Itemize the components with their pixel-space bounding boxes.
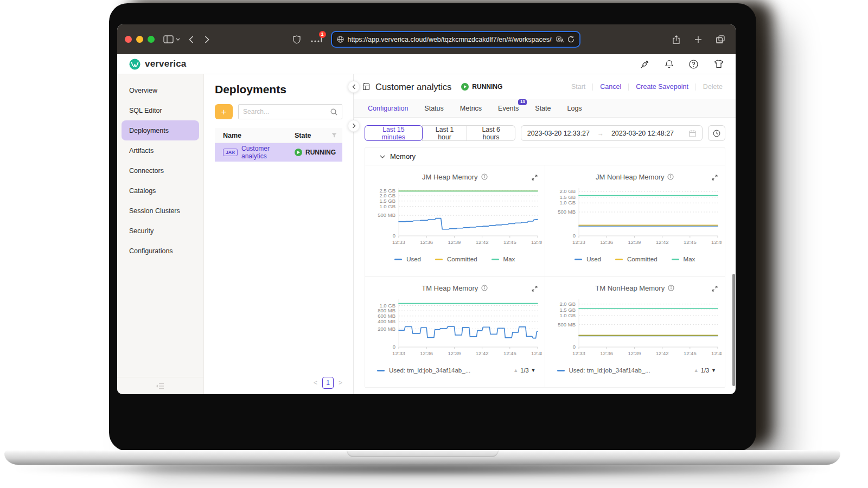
info-icon[interactable]	[481, 285, 488, 291]
collapse-panel-button[interactable]	[348, 81, 360, 93]
extensions-badge: 1	[319, 31, 326, 38]
tab-logs[interactable]: Logs	[567, 105, 582, 112]
date-to[interactable]: 2023-03-20 12:48:27	[611, 130, 674, 137]
shirt-icon[interactable]	[714, 60, 724, 68]
minimize-window-button[interactable]	[136, 36, 143, 43]
x-tick-label: 12:39	[448, 239, 461, 245]
collapse-section-icon[interactable]	[380, 155, 385, 158]
legend-item[interactable]: Used: tm_id:job_34af14ab_...	[377, 367, 470, 374]
legend-item[interactable]: Used	[575, 256, 601, 262]
date-range-picker[interactable]: 2023-03-20 12:33:27 → 2023-03-20 12:48:2…	[521, 125, 703, 141]
chart-legend: Used: tm_id:job_34af14ab_...▲1/3▼	[545, 364, 725, 376]
tab-configuration[interactable]: Configuration	[368, 105, 408, 112]
tab-state[interactable]: State	[535, 105, 551, 112]
x-tick-label: 12:39	[628, 239, 641, 245]
api-icon[interactable]	[640, 60, 649, 69]
sidebar-item-configurations[interactable]: Configurations	[117, 241, 203, 261]
memory-section-header[interactable]: Memory	[365, 148, 725, 165]
x-tick-label: 12:42	[656, 350, 669, 356]
expand-chart-icon[interactable]	[712, 173, 718, 183]
expand-chart-icon[interactable]	[532, 173, 538, 183]
sidebar-item-sql-editor[interactable]: SQL Editor	[117, 100, 203, 120]
privacy-shield-icon[interactable]	[293, 35, 301, 44]
create-savepoint-button[interactable]: Create Savepoint	[636, 83, 688, 91]
add-deployment-button[interactable]: +	[215, 104, 233, 119]
search-icon[interactable]	[330, 108, 337, 115]
table-row[interactable]: JARCustomer analyticsRUNNING	[215, 143, 342, 162]
sidebar-item-catalogs[interactable]: Catalogs	[117, 181, 203, 201]
tab-overview-icon[interactable]	[716, 35, 725, 44]
start-button[interactable]: Start	[571, 83, 585, 91]
help-icon[interactable]	[689, 60, 698, 69]
legend-item[interactable]: Max	[672, 256, 695, 262]
sidebar: OverviewSQL EditorDeploymentsArtifactsCo…	[117, 74, 204, 394]
vertical-scrollbar[interactable]	[732, 274, 735, 386]
pager-down-icon[interactable]: ▼	[711, 368, 716, 373]
url-bar[interactable]: https://app.ververica.cloud/web/tqzkcmnz…	[331, 31, 580, 48]
expand-chart-icon[interactable]	[532, 284, 538, 294]
notifications-bell-icon[interactable]	[665, 60, 673, 69]
x-tick-label: 12:42	[656, 239, 669, 245]
expand-panel-button[interactable]	[348, 120, 360, 132]
chart-title: JM NonHeap Memory	[596, 173, 664, 181]
info-icon[interactable]	[667, 174, 674, 180]
calendar-icon[interactable]	[689, 130, 696, 137]
pager-down-icon[interactable]: ▼	[531, 368, 536, 373]
sidebar-item-deployments[interactable]: Deployments	[122, 120, 199, 140]
page-number[interactable]: 1	[322, 377, 334, 389]
delete-button[interactable]: Delete	[703, 83, 723, 91]
deployment-name[interactable]: Customer analytics	[241, 145, 295, 160]
sidebar-item-connectors[interactable]: Connectors	[117, 160, 203, 181]
date-from[interactable]: 2023-03-20 12:33:27	[527, 130, 590, 137]
pager-up-icon[interactable]: ▲	[513, 368, 518, 373]
sidebar-item-security[interactable]: Security	[117, 221, 203, 241]
sidebar-item-session-clusters[interactable]: Session Clusters	[117, 201, 203, 221]
range-last-6-hours[interactable]: Last 6 hours	[467, 125, 515, 141]
x-tick-label: 12:33	[572, 239, 585, 245]
prev-page-icon[interactable]: <	[314, 379, 317, 387]
legend-item[interactable]: Committed	[615, 256, 658, 262]
new-tab-icon[interactable]	[694, 35, 702, 44]
extensions-icon[interactable]: 1	[310, 36, 322, 43]
ververica-logo[interactable]: ververica	[129, 59, 186, 70]
search-input[interactable]	[243, 108, 330, 115]
expand-chart-icon[interactable]	[712, 284, 718, 294]
collapse-sidebar-icon[interactable]	[156, 383, 164, 389]
x-tick-label: 12:45	[503, 350, 516, 356]
legend-dash-icon	[435, 259, 443, 260]
legend-item[interactable]: Used	[394, 256, 421, 262]
back-icon[interactable]	[189, 36, 194, 43]
close-window-button[interactable]	[125, 36, 132, 43]
info-icon[interactable]	[481, 174, 488, 180]
memory-panel: Memory JM Heap Memory2.5 GB2.0 GB1.5 GB1…	[365, 147, 725, 388]
pager-up-icon[interactable]: ▲	[694, 368, 699, 373]
next-page-icon[interactable]: >	[339, 379, 342, 387]
tab-events[interactable]: Events13	[498, 105, 519, 112]
x-tick-label: 12:33	[392, 350, 405, 356]
tab-status[interactable]: Status	[424, 105, 443, 112]
forward-icon[interactable]	[205, 36, 209, 43]
translate-icon[interactable]	[556, 36, 564, 43]
legend-item[interactable]: Max	[492, 256, 515, 262]
refresh-interval-button[interactable]	[708, 125, 725, 141]
legend-item[interactable]: Used: tm_id:job_34af14ab_...	[557, 367, 650, 374]
tab-metrics[interactable]: Metrics	[460, 105, 482, 112]
range-last-15-minutes[interactable]: Last 15 minutes	[365, 125, 423, 141]
chart-plot: 2.0 GB1.5 GB1.0 GB500 MB012:3312:3612:39…	[547, 295, 722, 364]
series-pager: ▲1/3▼	[513, 367, 535, 374]
legend-item[interactable]: Committed	[435, 256, 477, 262]
cancel-button[interactable]: Cancel	[600, 83, 621, 91]
share-icon[interactable]	[672, 35, 680, 44]
sidebar-item-overview[interactable]: Overview	[117, 80, 203, 100]
filter-icon[interactable]	[331, 133, 337, 138]
range-last-1-hour[interactable]: Last 1 hour	[422, 125, 468, 141]
window-controls	[125, 36, 155, 43]
info-icon[interactable]	[668, 285, 674, 291]
sidebar-toggle-icon[interactable]	[163, 35, 174, 43]
chevron-down-icon[interactable]	[176, 38, 180, 41]
url-text[interactable]: https://app.ververica.cloud/web/tqzkcmnz…	[348, 36, 552, 43]
reload-icon[interactable]	[567, 36, 575, 43]
deployments-search[interactable]	[238, 104, 342, 119]
zoom-window-button[interactable]	[148, 36, 155, 43]
sidebar-item-artifacts[interactable]: Artifacts	[117, 140, 203, 160]
